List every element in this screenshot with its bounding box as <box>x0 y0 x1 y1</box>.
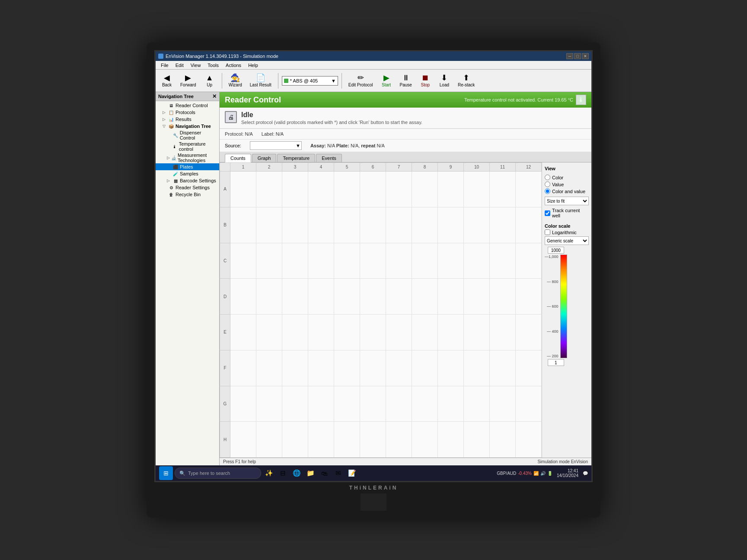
cell-A10[interactable] <box>464 172 490 207</box>
cell-A3[interactable] <box>282 172 308 207</box>
minimize-button[interactable]: ─ <box>566 53 573 59</box>
forward-button[interactable]: ▶ Forward <box>177 72 199 89</box>
sidebar-item-results[interactable]: ▷ 📊 Results <box>156 116 219 123</box>
cell-F8[interactable] <box>412 350 438 386</box>
close-button[interactable]: ✕ <box>582 53 589 59</box>
cell-H10[interactable] <box>464 422 490 458</box>
tab-events[interactable]: Events <box>316 154 342 162</box>
cell-B3[interactable] <box>282 207 308 243</box>
cell-G7[interactable] <box>386 386 412 422</box>
last-result-button[interactable]: 📄 Last Result <box>247 72 275 89</box>
cell-B12[interactable] <box>516 207 542 243</box>
cell-B2[interactable] <box>256 207 282 243</box>
cell-G12[interactable] <box>516 386 542 422</box>
radio-value-input[interactable] <box>545 181 550 187</box>
sidebar-item-samples[interactable]: 🧪 Samples <box>156 170 219 177</box>
cell-D3[interactable] <box>282 279 308 315</box>
cell-E9[interactable] <box>438 315 464 350</box>
cell-A2[interactable] <box>256 172 282 207</box>
cell-H3[interactable] <box>282 422 308 458</box>
cell-G11[interactable] <box>490 386 516 422</box>
cell-C6[interactable] <box>360 243 386 279</box>
cell-G6[interactable] <box>360 386 386 422</box>
radio-color-value-input[interactable] <box>545 188 550 194</box>
sidebar-item-inventory[interactable]: ▽ 📦 Navigation Tree <box>156 123 219 130</box>
cell-H2[interactable] <box>256 422 282 458</box>
cell-B1[interactable] <box>230 207 256 243</box>
cell-G3[interactable] <box>282 386 308 422</box>
sidebar-item-protocols[interactable]: ▷ 📋 Protocols <box>156 109 219 116</box>
cell-E3[interactable] <box>282 315 308 350</box>
cell-A11[interactable] <box>490 172 516 207</box>
cell-C12[interactable] <box>516 243 542 279</box>
generic-scale-dropdown[interactable]: Generic scale <box>545 236 589 245</box>
cell-F6[interactable] <box>360 350 386 386</box>
track-current-well-checkbox[interactable]: Track current well <box>545 208 589 218</box>
cell-F11[interactable] <box>490 350 516 386</box>
up-button[interactable]: ▲ Up <box>201 72 218 89</box>
cell-H11[interactable] <box>490 422 516 458</box>
cell-F10[interactable] <box>464 350 490 386</box>
cell-D12[interactable] <box>516 279 542 315</box>
cell-A6[interactable] <box>360 172 386 207</box>
taskbar-icon-explorer[interactable]: 📁 <box>304 467 316 479</box>
cell-C4[interactable] <box>308 243 334 279</box>
restore-button[interactable]: □ <box>574 53 581 59</box>
cell-A7[interactable] <box>386 172 412 207</box>
sidebar-item-temperature-control[interactable]: 🌡 Temperature control <box>156 141 219 152</box>
cell-C1[interactable] <box>230 243 256 279</box>
cell-A4[interactable] <box>308 172 334 207</box>
taskbar-icon-cortana[interactable]: ✨ <box>263 467 275 479</box>
cell-E7[interactable] <box>386 315 412 350</box>
cell-D6[interactable] <box>360 279 386 315</box>
cell-C8[interactable] <box>412 243 438 279</box>
cell-D5[interactable] <box>334 279 360 315</box>
cell-D8[interactable] <box>412 279 438 315</box>
cell-E11[interactable] <box>490 315 516 350</box>
cell-A5[interactable] <box>334 172 360 207</box>
cell-B8[interactable] <box>412 207 438 243</box>
cell-A9[interactable] <box>438 172 464 207</box>
cell-A12[interactable] <box>516 172 542 207</box>
cell-A8[interactable] <box>412 172 438 207</box>
sidebar-close-button[interactable]: ✕ <box>212 93 217 99</box>
cell-F3[interactable] <box>282 350 308 386</box>
edit-protocol-button[interactable]: ✏ Edit Protocol <box>345 72 376 89</box>
size-to-fit-dropdown[interactable]: Size to fit <box>545 197 589 205</box>
cell-H7[interactable] <box>386 422 412 458</box>
cell-D11[interactable] <box>490 279 516 315</box>
cell-H6[interactable] <box>360 422 386 458</box>
cell-H8[interactable] <box>412 422 438 458</box>
radio-color-value[interactable]: Color and value <box>545 188 589 194</box>
menu-help[interactable]: Help <box>245 62 262 69</box>
cell-G9[interactable] <box>438 386 464 422</box>
cell-E1[interactable] <box>230 315 256 350</box>
cell-C9[interactable] <box>438 243 464 279</box>
menu-actions[interactable]: Actions <box>222 62 245 69</box>
scale-max-input[interactable] <box>548 247 564 254</box>
cell-E8[interactable] <box>412 315 438 350</box>
menu-edit[interactable]: Edit <box>172 62 187 69</box>
cell-B6[interactable] <box>360 207 386 243</box>
cell-B7[interactable] <box>386 207 412 243</box>
cell-F2[interactable] <box>256 350 282 386</box>
cell-G2[interactable] <box>256 386 282 422</box>
wizard-button[interactable]: 🧙 Wizard <box>226 72 245 89</box>
sidebar-item-plates[interactable]: ⬛ Plates <box>156 163 219 170</box>
sidebar-item-recycle-bin[interactable]: 🗑 Recycle Bin <box>156 191 219 198</box>
sidebar-item-dispenser-control[interactable]: 🔧 Dispenser Control <box>156 130 219 141</box>
cell-H1[interactable] <box>230 422 256 458</box>
logarithmic-checkbox[interactable]: Logarithmic <box>545 229 589 235</box>
cell-B4[interactable] <box>308 207 334 243</box>
taskbar-icon-store[interactable]: 🛍 <box>318 467 330 479</box>
cell-H12[interactable] <box>516 422 542 458</box>
cell-H5[interactable] <box>334 422 360 458</box>
start-button[interactable]: ▶ Start <box>378 72 395 89</box>
logarithmic-input[interactable] <box>545 229 550 235</box>
cell-B10[interactable] <box>464 207 490 243</box>
cell-D4[interactable] <box>308 279 334 315</box>
cell-E12[interactable] <box>516 315 542 350</box>
cell-B11[interactable] <box>490 207 516 243</box>
cell-E6[interactable] <box>360 315 386 350</box>
track-well-input[interactable] <box>545 210 550 216</box>
